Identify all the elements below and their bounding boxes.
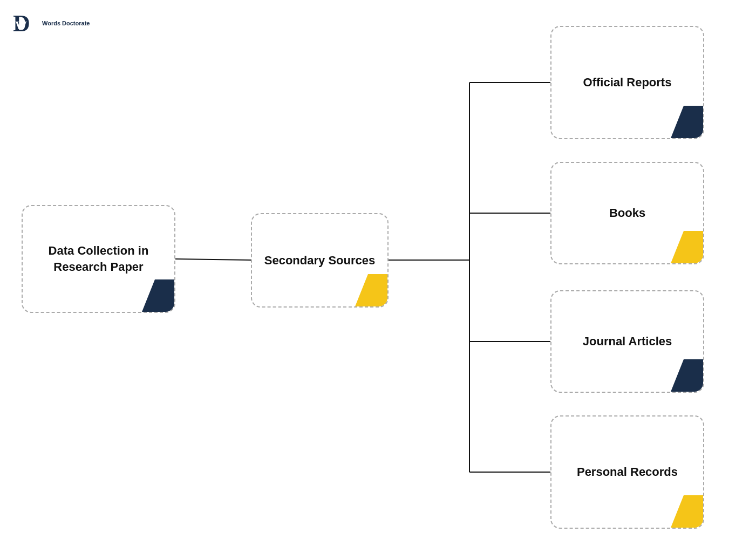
node-official-accent (671, 106, 703, 138)
logo-text: Words Doctorate (42, 19, 90, 28)
node-main-label: Data Collection in Research Paper (23, 243, 174, 275)
node-secondary-accent (355, 274, 387, 306)
node-books-label: Books (609, 205, 645, 221)
node-official: Official Reports (550, 26, 704, 139)
svg-text:W: W (15, 18, 27, 32)
node-secondary: Secondary Sources (251, 213, 389, 308)
node-journal: Journal Articles (550, 290, 704, 393)
node-personal: Personal Records (550, 415, 704, 529)
node-personal-accent (671, 495, 703, 528)
node-journal-label: Journal Articles (583, 333, 672, 350)
logo: D W Words Doctorate (10, 10, 90, 38)
node-books-accent (671, 231, 703, 263)
node-main-accent (142, 279, 174, 312)
node-personal-label: Personal Records (577, 464, 678, 480)
node-books: Books (550, 162, 704, 264)
node-main: Data Collection in Research Paper (22, 205, 175, 313)
svg-line-3 (175, 259, 251, 260)
logo-icon: D W (10, 10, 38, 38)
node-official-label: Official Reports (583, 74, 672, 91)
node-secondary-label: Secondary Sources (264, 252, 375, 269)
node-journal-accent (671, 359, 703, 392)
